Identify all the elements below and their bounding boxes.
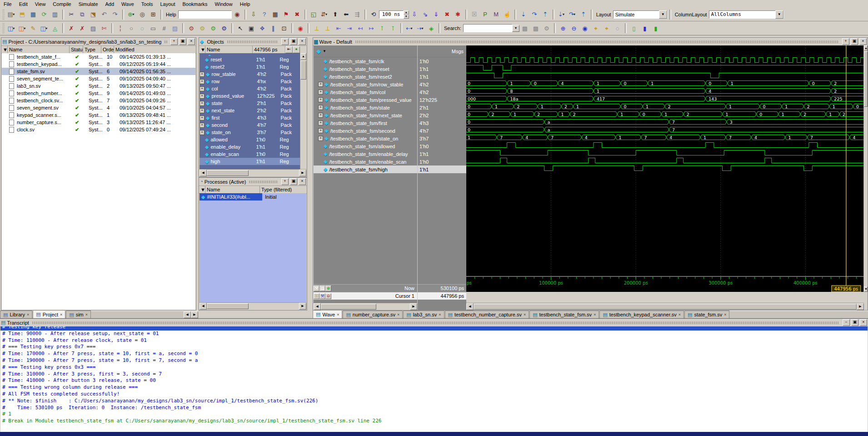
save-icon[interactable]: ▦ [28, 9, 39, 20]
expand-plus-icon[interactable]: + [200, 108, 205, 113]
objects-row[interactable]: ◆ high 1'h1 Reg [200, 158, 300, 165]
wave-signal-value[interactable]: 1'h1 [418, 65, 466, 73]
expand-tree-icon[interactable]: ⊞ [148, 9, 159, 20]
transcript-drag-grip[interactable] [32, 321, 839, 324]
menu-item[interactable]: Help [236, 1, 254, 7]
expand-plus-icon[interactable]: + [200, 86, 205, 91]
wave-maximize-button[interactable]: ▣ [851, 38, 858, 45]
stop-draw-icon[interactable]: ⊡ [279, 23, 289, 34]
objects-row[interactable]: + ◆ row_stable 4'h2 Pack [200, 70, 300, 78]
wave-drag-grip[interactable] [355, 40, 839, 43]
compile-order-icon[interactable]: ⚑ [281, 9, 292, 20]
step-into-current-icon[interactable]: ⇣▼ [556, 9, 567, 20]
menu-item[interactable]: File [0, 1, 15, 7]
objects-row[interactable]: + ◆ second 4'h7 Pack [200, 121, 300, 129]
wave-expand-plus-icon[interactable]: + [318, 113, 323, 118]
wave-signal-value[interactable]: 4'h7 [418, 127, 466, 135]
wave-signal-name-row[interactable]: + ◆ /testbench_state_fsm/first [314, 119, 417, 127]
expand-plus-icon[interactable]: + [200, 94, 205, 99]
wave-signal-name-row[interactable]: + ◆ /testbench_state_fsm/second [314, 127, 417, 135]
menu-item[interactable]: Tools [138, 1, 157, 7]
wave-expand-plus-icon[interactable]: + [318, 105, 323, 110]
time-spinner[interactable]: ▲▼ [404, 10, 409, 19]
menu-item[interactable]: Layout [157, 1, 179, 7]
left-tab[interactable]: ▤ sim × [66, 311, 91, 318]
filter-icon[interactable]: ▼ [1, 46, 8, 53]
print-icon[interactable]: ▥ [50, 9, 60, 20]
zoom-mode-icon[interactable]: ▣ [246, 23, 257, 34]
wave-signal-name-row[interactable]: + ◆ /testbench_state_fsm/row_stable [314, 80, 417, 88]
delete-cursor-icon[interactable]: ⊥ [322, 23, 333, 34]
wave-title-bar[interactable]: ▆ Wave - Default + ▣ × [313, 38, 868, 46]
project-file-row[interactable]: testbench_state_f... ✔ Syst... 10 09/14/… [2, 53, 195, 60]
document-tab[interactable]: ▤ testbench_keypad_scanner.sv × [599, 311, 684, 318]
wave-signal-name-row[interactable]: ◆ /testbench_state_fsm/reset2 [314, 73, 417, 80]
open-folder-icon[interactable]: ⬒ [17, 9, 28, 20]
environment-icon[interactable]: ⇵▼ [319, 9, 330, 20]
wave-signal-name-row[interactable]: + ◆ /testbench_state_fsm/col [314, 88, 417, 96]
tab-close-icon[interactable]: × [85, 312, 88, 317]
restart-icon[interactable]: ⟲ [368, 9, 379, 20]
project-file-row[interactable]: seven_segment_te... ✔ Syst... 5 09/10/20… [2, 75, 195, 82]
menu-item[interactable]: View [31, 1, 50, 7]
processes-close-button[interactable]: × [299, 178, 306, 185]
document-tab[interactable]: ▤ state_fsm.sv × [684, 311, 729, 318]
objects-row[interactable]: + ◆ row 4'hx Pack [200, 78, 300, 85]
back-icon[interactable]: ⬅ [341, 9, 352, 20]
export-wave-icon[interactable]: ◬ [50, 23, 60, 34]
document-tab[interactable]: ▤ testbench_state_fsm.sv × [529, 311, 599, 318]
wave-cursor-row[interactable]: ⚿ ⚒ ⊖ Cursor 1 [314, 292, 417, 300]
project-drag-grip[interactable] [165, 40, 167, 43]
performance-icon[interactable]: ☒ [469, 9, 480, 20]
project-file-row[interactable]: clock.sv ✔ Syst... 0 09/12/2025 07:49:24… [2, 126, 195, 133]
zoom-full-icon[interactable]: ◉ [579, 23, 590, 34]
wave-signal-name-row[interactable]: ◆ /testbench_state_fsm/allowed [314, 142, 417, 150]
expand-plus-icon[interactable]: + [200, 72, 205, 77]
objects-row[interactable]: + ◆ col 4'h2 Pack [200, 85, 300, 92]
transcript-maximize-button[interactable]: ▣ [851, 319, 858, 326]
objects-title-bar[interactable]: ◆ Objects + ▣ × [199, 38, 307, 46]
transcript-close-button[interactable]: × [860, 319, 867, 326]
objects-drag-grip[interactable] [227, 40, 278, 43]
insert-edge-icon[interactable]: ○ [126, 23, 137, 34]
tab-close-icon[interactable]: × [27, 312, 29, 317]
expand-plus-icon[interactable]: + [200, 79, 205, 84]
project-maximize-button[interactable]: ▣ [179, 38, 186, 45]
tabs-scroll-left-icon[interactable]: ◀ [184, 311, 191, 318]
wave-expand-plus-icon[interactable]: + [318, 82, 323, 87]
pattern-icon[interactable]: ▨ [170, 23, 180, 34]
transcript-minimize-button[interactable]: − [843, 319, 850, 326]
search-input[interactable] [463, 24, 512, 32]
wave-signal-name-row[interactable]: ◆ /testbench_state_fsm/high [314, 165, 417, 173]
processes-title-bar[interactable]: ◔ Processes (Active) + ▣ × [199, 178, 307, 186]
compile-clear-icon[interactable]: ✖ [292, 9, 303, 20]
toolbar-grip[interactable] [2, 10, 5, 20]
edit-mode-icon[interactable]: ❖ [257, 23, 268, 34]
project-add-button[interactable]: + [170, 38, 178, 45]
find-diamond-icon[interactable]: ◈ [426, 23, 437, 34]
left-tab[interactable]: ▤ Project × [33, 310, 65, 318]
transcript-log[interactable]: # Testing key release # Time: 90000 - Af… [0, 326, 868, 432]
objects-row[interactable]: ◆ enable_delay 1'h1 Reg [200, 143, 300, 150]
wave-signal-value[interactable]: 1'h1 [418, 165, 466, 173]
find-next-icon[interactable]: ⇢▼ [415, 23, 426, 34]
redo-icon[interactable]: ↷ [110, 9, 120, 20]
processes-col-type[interactable]: Type (filtered) [260, 186, 307, 193]
wave-horizontal-scrollbar[interactable]: ◀▶ [466, 303, 864, 310]
document-tab[interactable]: ▤ testbench_number_capture.sv × [445, 311, 529, 318]
tab-close-icon[interactable]: × [524, 312, 526, 317]
run-all-icon[interactable]: ⇓ [431, 9, 442, 20]
objects-add-button[interactable]: + [281, 38, 289, 45]
project-file-row[interactable]: seven_segment.sv ✔ Syst... 4 09/10/2025 … [2, 104, 195, 111]
objects-row[interactable]: + ◆ state_on 3'h7 Pack [200, 129, 300, 136]
remove-edge-fwd-icon[interactable]: ✗ [77, 23, 88, 34]
tabs-scroll-right-icon[interactable]: ▶ [191, 311, 198, 318]
menu-item[interactable]: Bookmarks [179, 1, 211, 7]
wave-signal-value[interactable]: 1'h0 [418, 158, 466, 165]
help-search-icon[interactable]: ◉ [232, 9, 243, 20]
profile-icon[interactable]: P [480, 9, 491, 20]
expand-plus-icon[interactable]: + [200, 101, 205, 106]
objects-row[interactable]: ◆ enable_scan 1'h0 Reg [200, 150, 300, 158]
wave-signal-value[interactable]: 1'h1 [418, 73, 466, 80]
remove-cursor-icon[interactable]: ⊖ [325, 293, 331, 299]
